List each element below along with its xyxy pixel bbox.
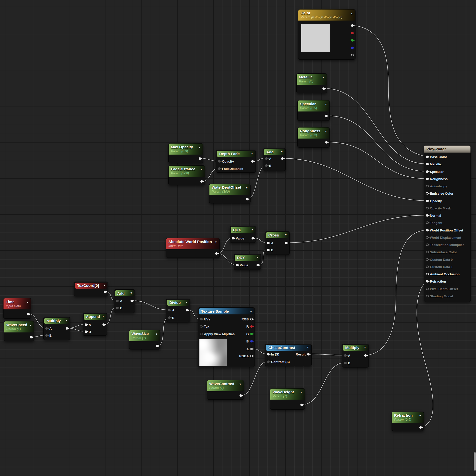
opacity-pin[interactable] (218, 160, 220, 163)
output-pin[interactable] (281, 157, 284, 160)
output-pin[interactable] (240, 394, 242, 397)
output-pin[interactable] (351, 47, 353, 49)
node-add-opacity[interactable]: Add▼AB (263, 148, 286, 171)
a-pin[interactable] (267, 242, 270, 244)
node-ddx[interactable]: DDX▼Value (230, 226, 256, 243)
a-pin[interactable] (265, 157, 268, 160)
node-ddy[interactable]: DDY▼Value (234, 254, 261, 270)
node-refraction-param[interactable]: RefractionParam (0.9)▼ (392, 412, 424, 431)
vertical-scrollbar-thumb[interactable] (474, 452, 476, 470)
output-pin[interactable] (351, 54, 353, 56)
graph-canvas[interactable]: ColorParam (0.457,0.457,0.457,0)▲Metalli… (0, 0, 476, 476)
b-pin[interactable] (267, 249, 270, 251)
output-pin[interactable] (251, 160, 254, 163)
node-wave-speed[interactable]: WaveSpeedParam (1)▼ (4, 321, 34, 341)
opacity-mask-pin[interactable] (426, 207, 428, 209)
custom-data-0-pin[interactable] (426, 258, 428, 261)
output-pin[interactable] (215, 252, 218, 255)
uvs-pin[interactable] (200, 318, 202, 320)
node-divide[interactable]: Divide▼AB (166, 299, 190, 322)
node-color[interactable]: ColorParam (0.457,0.457,0.457,0)▲ (298, 9, 355, 60)
collapse-down-icon[interactable]: ▼ (246, 186, 248, 189)
node-absolute-world-position[interactable]: Absolute World PositionInput Data▼ (166, 238, 220, 258)
g-pin[interactable] (250, 333, 253, 335)
b-pin[interactable] (116, 307, 118, 309)
node-time[interactable]: TimeInput Data▼ (3, 298, 31, 319)
tessellation-multiplier-pin[interactable] (426, 244, 428, 246)
b-pin[interactable] (250, 340, 253, 342)
node-roughness[interactable]: RoughnessParam (0.2)▼ (297, 127, 330, 148)
collapse-down-icon[interactable]: ▼ (307, 346, 309, 349)
shading-model-pin[interactable] (426, 295, 428, 297)
tangent-pin[interactable] (426, 221, 428, 224)
custom-data-1-pin[interactable] (426, 266, 428, 268)
collapse-down-icon[interactable]: ▼ (419, 414, 421, 417)
collapse-down-icon[interactable]: ▼ (29, 324, 32, 327)
collapse-down-icon[interactable]: ▼ (281, 150, 283, 153)
output-pin[interactable] (156, 345, 158, 347)
collapse-down-icon[interactable]: ▼ (103, 284, 106, 287)
anisotropy-pin[interactable] (426, 185, 428, 187)
node-cross[interactable]: Cross▼AB (265, 231, 290, 255)
world-displacement-pin[interactable] (426, 236, 428, 239)
collapse-down-icon[interactable]: ▼ (185, 301, 188, 304)
b-pin[interactable] (85, 330, 87, 333)
collapse-down-icon[interactable]: ▼ (300, 391, 302, 394)
collapse-down-icon[interactable]: ▼ (102, 315, 104, 318)
fadedistance-pin[interactable] (218, 167, 220, 170)
collapse-down-icon[interactable]: ▼ (251, 152, 253, 155)
node-max-opacity[interactable]: Max OpacityParam (0.9)▼ (168, 143, 203, 163)
value-pin[interactable] (232, 237, 234, 240)
output-pin[interactable] (257, 264, 259, 266)
collapse-down-icon[interactable]: ▼ (26, 301, 29, 304)
roughness-pin[interactable] (426, 178, 428, 180)
collapse-down-icon[interactable]: ▼ (155, 333, 158, 335)
specular-pin[interactable] (426, 170, 428, 173)
a-pin[interactable] (250, 348, 253, 350)
a-pin[interactable] (85, 323, 87, 326)
output-pin[interactable] (252, 237, 254, 240)
a-pin[interactable] (344, 354, 346, 357)
collapse-down-icon[interactable]: ▼ (65, 319, 68, 322)
output-pin[interactable] (104, 291, 106, 293)
rgb-pin[interactable] (250, 318, 253, 320)
normal-pin[interactable] (426, 214, 428, 217)
a-pin[interactable] (45, 327, 48, 330)
output-pin[interactable] (419, 426, 422, 429)
metallic-pin[interactable] (426, 163, 428, 165)
contrast-s-pin[interactable] (267, 361, 270, 363)
node-wave-contrast[interactable]: WaveContrastParam (1)▼ (207, 380, 244, 400)
output-pin[interactable] (351, 39, 353, 42)
output-pin[interactable] (102, 323, 105, 326)
node-water-dept-offset[interactable]: WaterDeptOffsetParam (300)▼ (209, 184, 251, 203)
output-pin[interactable] (27, 313, 29, 315)
output-pin[interactable] (199, 157, 201, 160)
node-wave-height[interactable]: WaveHeightParam (1)▼ (270, 388, 305, 410)
output-pin[interactable] (200, 180, 203, 183)
output-pin[interactable] (351, 32, 353, 34)
collapse-down-icon[interactable]: ▼ (325, 130, 327, 133)
node-add-uv[interactable]: Add▼AB (114, 289, 135, 313)
node-multiply-height[interactable]: Multiply▼AB (342, 344, 369, 368)
base-color-pin[interactable] (426, 156, 428, 158)
output-pin[interactable] (131, 300, 133, 302)
collapse-up-icon[interactable]: ▲ (350, 12, 353, 15)
b-pin[interactable] (265, 164, 268, 167)
collapse-down-icon[interactable]: ▼ (256, 256, 259, 259)
output-pin[interactable] (364, 354, 367, 357)
output-pin[interactable] (322, 87, 325, 90)
r-pin[interactable] (250, 325, 253, 328)
node-texture-sample[interactable]: Texture Sample▲UVsTexApply View MipBiasR… (198, 307, 255, 367)
collapse-down-icon[interactable]: ▼ (198, 146, 201, 149)
output-pin[interactable] (66, 327, 68, 330)
node-fade-distance[interactable]: FadeDistanceParam (300)▼ (168, 165, 205, 185)
node-specular[interactable]: SpecularParam (0.5)▼ (297, 100, 330, 121)
node-cheap-contrast[interactable]: CheapContrast▼In (S)Contrast (S)Result (265, 344, 312, 366)
b-pin[interactable] (45, 334, 48, 337)
result-pin[interactable] (307, 353, 310, 355)
collapse-down-icon[interactable]: ▼ (325, 103, 327, 106)
output-pin[interactable] (300, 404, 303, 406)
collapse-down-icon[interactable]: ▼ (364, 346, 366, 349)
node-texcoord-0[interactable]: TexCoord[0]▼ (74, 282, 108, 296)
node-append[interactable]: Append▼AB (83, 313, 107, 336)
